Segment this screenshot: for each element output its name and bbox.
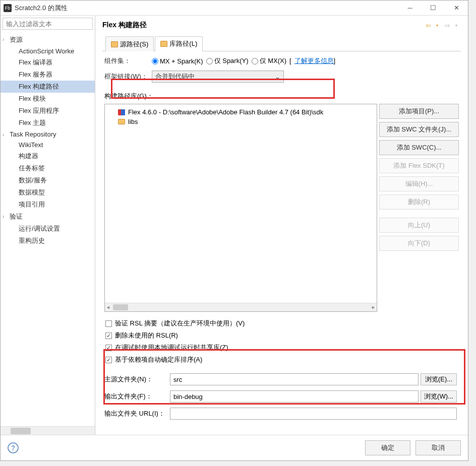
checkbox-icon: ✓ [105,345,112,351]
component-set-label: 组件集： [104,56,152,65]
edit-button[interactable]: 编辑(H)... [379,176,459,191]
sidebar-item-label: 验证 [10,213,23,220]
sidebar-item-label: ActionScript Worke [19,47,74,55]
learn-more-link[interactable]: 了解更多信息 [294,57,334,64]
caret-icon: › [3,132,4,138]
close-button[interactable]: ✕ [445,1,468,16]
nav-back-button[interactable]: ⇦ [424,21,433,30]
sidebar-item[interactable]: Flex 构建路径 [1,81,95,93]
chk-remove-rsl[interactable]: ✓删除未使用的 RSL(R) [104,331,459,340]
add-swc-folder-button[interactable]: 添加 SWC 文件夹(J)... [379,122,459,137]
sidebar-item[interactable]: ›验证 [1,211,95,223]
sidebar-item[interactable]: 运行/调试设置 [1,223,95,235]
tabs: 源路径(S) 库路径(L) [102,36,461,51]
browse-src-button[interactable]: 浏览(E)... [421,373,457,385]
checkbox-icon: ✓ [105,357,112,363]
main-src-folder-input[interactable] [170,373,419,385]
sidebar-item[interactable]: Flex 服务器 [1,69,95,81]
nav-fwd-button[interactable]: ⇨ [443,21,452,30]
sidebar-item[interactable]: ActionScript Worke [1,46,95,56]
sidebar-item[interactable]: 重构历史 [1,235,95,247]
sidebar-item[interactable]: Flex 主题 [1,117,95,129]
sidebar-item-label: 重构历史 [19,237,45,244]
sidebar-item-label: 数据模型 [19,188,45,196]
chk-auto-order[interactable]: ✓基于依赖项自动确定库排序(A) [104,355,459,364]
sidebar-item[interactable]: WikiText [1,140,95,150]
sidebar: ›资源ActionScript WorkeFlex 编译器Flex 服务器Fle… [1,16,95,435]
sidebar-item-label: 数据/服务 [19,176,47,184]
move-down-button[interactable]: 向下(D) [379,236,459,251]
minimize-button[interactable]: ─ [398,1,422,16]
sidebar-item-label: Flex 主题 [19,119,46,126]
sidebar-item[interactable]: Flex 模块 [1,93,95,105]
add-swc-button[interactable]: 添加 SWC(C)... [379,140,459,155]
nav-fwd-dd[interactable]: ▾ [452,21,461,30]
output-url-label: 输出文件夹 URL(I)： [104,409,170,418]
page-title: Flex 构建路径 [102,21,424,30]
tab-label: 源路径(S) [120,40,148,49]
build-path-label: 构建路径库(G)： [104,92,459,101]
add-project-button[interactable]: 添加项目(P)... [379,104,459,119]
sidebar-item-label: Flex 构建路径 [19,83,59,90]
sidebar-item[interactable]: ›Task Repository [1,129,95,140]
maximize-button[interactable]: ☐ [422,1,445,16]
filter-input[interactable] [3,18,93,30]
folder-icon [111,41,118,47]
content-panel: Flex 构建路径 ⇦▾ ⇨▾ 源路径(S) 库路径(L) 组件集： MX + … [95,16,468,435]
sidebar-item[interactable]: 构建器 [1,150,95,162]
radio-mx-spark[interactable]: MX + Spark(K) [152,57,203,65]
fb-icon: Fb [4,4,12,12]
sidebar-item-label: Flex 模块 [19,95,46,102]
caret-icon: › [3,214,4,219]
sidebar-item-label: Flex 编译器 [19,58,52,66]
sidebar-item[interactable]: 项目引用 [1,198,95,211]
add-flex-sdk-button[interactable]: 添加 Flex SDK(T) [379,158,459,173]
caret-icon: › [3,37,4,42]
checkbox-icon [105,320,112,327]
browse-output-button[interactable]: 浏览(W)... [421,390,457,403]
output-folder-input[interactable] [170,390,419,403]
sidebar-item-label: Flex 服务器 [19,71,52,78]
checkbox-icon: ✓ [105,332,112,339]
sidebar-item-label: 运行/调试设置 [19,225,60,232]
chk-validate-rsl[interactable]: 验证 RSL 摘要（建议在生产环境中使用）(V) [104,319,459,328]
sidebar-item[interactable]: 数据模型 [1,186,95,198]
sidebar-item[interactable]: Flex 应用程序 [1,105,95,117]
sidebar-item-label: 任务标签 [19,164,45,172]
sidebar-item-label: 资源 [10,36,23,43]
titlebar: Fb Scratch2.0 的属性 ─ ☐ ✕ [1,1,468,16]
footer: ? 确定 取消 [1,435,468,460]
move-up-button[interactable]: 向上(U) [379,218,459,233]
sidebar-item[interactable]: Flex 编译器 [1,56,95,69]
delete-button[interactable]: 删除(R) [379,194,459,210]
sidebar-item[interactable]: 任务标签 [1,162,95,174]
properties-dialog: Fb Scratch2.0 的属性 ─ ☐ ✕ ›资源ActionScript … [0,0,468,461]
frame-link-row: 框架链接(W)： 合并到代码中 ⌄ [104,71,459,83]
frame-link-select[interactable]: 合并到代码中 ⌄ [152,71,284,83]
folder-icon [118,119,125,124]
ok-button[interactable]: 确定 [365,440,410,455]
sidebar-item-label: Flex 应用程序 [19,107,59,114]
tab-source-path[interactable]: 源路径(S) [105,36,154,51]
tab-lib-path[interactable]: 库路径(L) [155,36,203,51]
chk-local-debug-rsl[interactable]: ✓在调试时使用本地调试运行时共享库(Z) [104,343,459,352]
library-item-libs[interactable]: libs [108,117,374,126]
library-item-sdk[interactable]: Flex 4.6.0 - D:\software\Adobe\Adobe Fla… [108,107,374,117]
sidebar-item-label: 构建器 [19,152,38,160]
book-icon [118,109,125,115]
output-folder-label: 输出文件夹(F)： [104,392,170,401]
component-set-row: 组件集： MX + Spark(K) 仅 Spark(Y) 仅 MX(X) [了… [104,56,459,65]
radio-mx-only[interactable]: 仅 MX(X) [252,56,286,65]
help-icon[interactable]: ? [8,442,19,453]
output-url-input[interactable] [170,408,457,420]
main-src-folder-label: 主源文件夹(N)： [104,375,170,384]
lib-tree-hscroll[interactable] [105,303,377,311]
sidebar-item[interactable]: 数据/服务 [1,174,95,186]
nav-back-dd[interactable]: ▾ [433,21,442,30]
tab-label: 库路径(L) [169,39,197,48]
cancel-button[interactable]: 取消 [415,440,461,455]
sidebar-hscroll[interactable] [1,426,95,435]
library-tree[interactable]: Flex 4.6.0 - D:\software\Adobe\Adobe Fla… [104,104,377,312]
sidebar-item[interactable]: ›资源 [1,34,95,46]
radio-spark-only[interactable]: 仅 Spark(Y) [206,56,249,65]
